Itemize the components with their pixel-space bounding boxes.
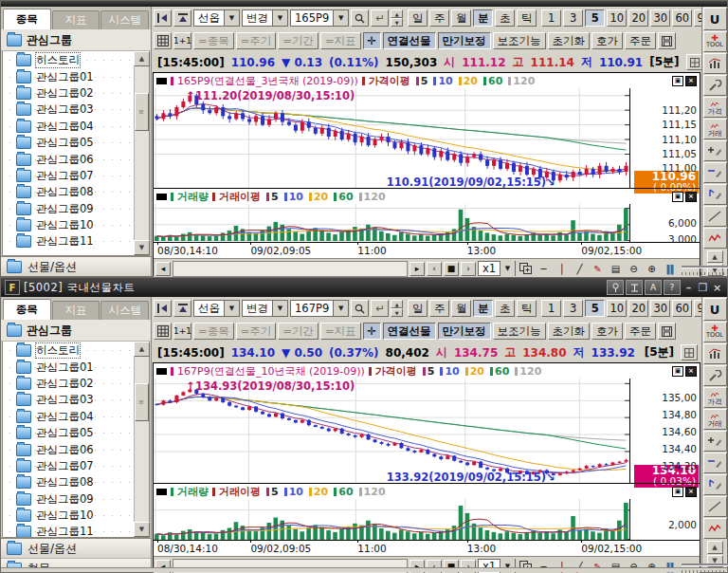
tree-item[interactable]: 관심그룹08 — [3, 184, 134, 200]
step-up-icon[interactable]: ▲ — [391, 300, 403, 308]
close-icon[interactable]: × — [711, 282, 723, 293]
crosshair-button[interactable]: ✛ — [363, 32, 381, 49]
period-button-주[interactable]: 주 — [429, 9, 449, 27]
chart-type-button[interactable] — [703, 53, 727, 74]
tree-item[interactable]: 관심그룹10 — [3, 508, 134, 524]
volume-chart-button[interactable]: 거래 — [703, 409, 727, 430]
tree-scrollbar[interactable]: ▲ ≡ ▼ — [134, 342, 149, 537]
tree-item[interactable]: 관심그룹01 — [3, 359, 134, 375]
volume-plot[interactable] — [154, 204, 630, 242]
tree-item[interactable]: 관심그룹03 — [3, 102, 134, 118]
toggle-연결선물[interactable]: 연결선물 — [383, 32, 436, 49]
enter-button[interactable]: ↵ — [371, 300, 389, 317]
grid-layout-button[interactable] — [154, 32, 172, 49]
sidebar-item-선물/옵션[interactable]: 선물/옵션 — [1, 539, 151, 559]
tree-item[interactable]: 관심그룹05 — [3, 135, 134, 151]
tool-button[interactable]: ✚TOOL — [703, 322, 727, 342]
settings-wrench-button[interactable] — [703, 365, 727, 386]
symbol-stepper[interactable]: ▲▼ — [391, 300, 403, 317]
watch-group-header[interactable]: 관심그룹 — [1, 29, 151, 51]
tree-item[interactable]: 히스토리 — [3, 52, 134, 68]
bar-density-icon[interactable]: ‖‖ — [662, 262, 678, 276]
add-tool-button[interactable] — [703, 140, 727, 161]
add-tool-button[interactable] — [703, 431, 727, 452]
pane-restore-icon[interactable]: ▣ — [672, 487, 683, 497]
zoom-slider[interactable] — [682, 262, 728, 275]
tree-item[interactable]: 관심그룹03 — [3, 392, 134, 408]
tree-scrollbar[interactable]: ▲ ≡ ▼ — [134, 51, 149, 255]
period-button-틱[interactable]: 틱 — [517, 300, 537, 317]
underline-tool-button[interactable]: U — [703, 298, 727, 321]
chart-style-button[interactable] — [686, 54, 701, 70]
price-plot[interactable]: ↑111.20(2019/08/30,15:10) 110.91(2019/09… — [154, 88, 630, 188]
change-select[interactable]: 변경 ▼ — [242, 300, 288, 317]
toggle-호가[interactable]: 호가 — [592, 32, 623, 49]
pane-close-icon[interactable]: × — [685, 487, 697, 497]
pane-collapse-icon[interactable] — [156, 78, 167, 84]
tree-item[interactable]: 관심그룹07 — [3, 458, 134, 474]
pair-layout-button[interactable]: 1+1 — [173, 32, 191, 49]
save-button[interactable] — [658, 323, 676, 340]
collapse-sidebar-button[interactable] — [154, 9, 172, 27]
minute-button-1[interactable]: 1 — [541, 9, 561, 27]
pane-close-icon[interactable]: × — [685, 76, 697, 86]
toggle-보조기능[interactable]: 보조기능 — [493, 323, 546, 340]
pane-collapse-icon[interactable] — [156, 194, 167, 200]
period-button-초[interactable]: 초 — [495, 9, 515, 27]
grid-layout-button[interactable] — [154, 323, 172, 340]
panel-scroll-up-icon[interactable]: ▲ — [707, 541, 723, 554]
remove-tool-button[interactable] — [703, 453, 727, 473]
chevron-down-icon[interactable]: ▼ — [272, 10, 287, 26]
window-titlebar[interactable]: F [5002] 국내선물차트 A ? – ❒ × — [1, 278, 727, 297]
zoom-slider[interactable] — [682, 560, 728, 573]
to-top-button[interactable] — [173, 9, 191, 27]
scroll-up-icon[interactable]: ▲ — [134, 51, 150, 66]
minute-button-10[interactable]: 10 — [607, 9, 627, 27]
sidebar-item-선물/옵션[interactable]: 선물/옵션 — [1, 257, 151, 276]
crosshair-button[interactable]: ✛ — [363, 323, 381, 340]
pane-restore-icon[interactable]: ▣ — [672, 76, 683, 86]
tab-종목[interactable]: 종목 — [3, 299, 51, 320]
minute-button-60[interactable]: 60 — [672, 300, 692, 317]
chevron-down-icon[interactable]: ▼ — [224, 301, 239, 316]
toggle-주문[interactable]: 주문 — [625, 323, 656, 340]
minute-button-90[interactable]: 90 — [694, 9, 701, 27]
pane-restore-icon[interactable]: ▣ — [672, 366, 683, 377]
tree-item[interactable]: 관심그룹06 — [3, 151, 134, 167]
toggle-주문[interactable]: 주문 — [625, 32, 656, 49]
toggle-만기보정[interactable]: 만기보정 — [438, 32, 491, 49]
scroll-down-icon[interactable]: ▼ — [134, 522, 150, 537]
tab-시스템[interactable]: 시스템 — [100, 301, 149, 320]
minute-button-20[interactable]: 20 — [628, 300, 648, 317]
period-button-월[interactable]: 월 — [451, 9, 471, 27]
enter-button[interactable]: ↵ — [371, 9, 389, 27]
market-select[interactable]: 선옵 ▼ — [193, 9, 240, 27]
chevron-down-icon[interactable]: ▼ — [333, 10, 348, 26]
trendline-tool-button[interactable] — [703, 206, 727, 227]
help-icon[interactable]: ? — [664, 280, 681, 295]
save-button[interactable] — [658, 32, 676, 49]
select-tool-button[interactable] — [703, 474, 727, 495]
toggle-초기화[interactable]: 초기화 — [548, 32, 591, 49]
symbol-combo[interactable]: 167P9 ▼ — [290, 300, 349, 317]
symbol-combo[interactable]: 165P9 ▼ — [290, 9, 349, 27]
pin-icon[interactable] — [607, 280, 624, 295]
minute-button-20[interactable]: 20 — [628, 9, 648, 27]
scroll-up-icon[interactable]: ▲ — [134, 342, 150, 357]
price-chart-button[interactable]: 가격 — [703, 97, 727, 118]
pane-restore-icon[interactable]: ▣ — [672, 192, 683, 202]
scrollbar-thumb[interactable]: ≡ — [135, 383, 149, 421]
volume-chart-button[interactable]: 거래 — [703, 119, 727, 139]
tab-지표[interactable]: 지표 — [52, 301, 100, 320]
minute-button-90[interactable]: 90 — [694, 300, 701, 317]
pair-layout-button[interactable]: 1+1 — [173, 323, 191, 340]
period-button-일[interactable]: 일 — [408, 9, 428, 27]
underline-tool-button[interactable]: U — [703, 8, 727, 30]
chevron-down-icon[interactable]: ▼ — [333, 301, 348, 316]
tree-item[interactable]: 히스토리 — [3, 342, 134, 359]
tab-지표[interactable]: 지표 — [52, 10, 100, 29]
trend-tool-icon[interactable]: ╱ — [572, 262, 588, 276]
minute-button-5[interactable]: 5 — [585, 300, 605, 317]
scroll-down-icon[interactable]: ▼ — [134, 240, 150, 255]
select-tool-button[interactable] — [703, 184, 727, 205]
